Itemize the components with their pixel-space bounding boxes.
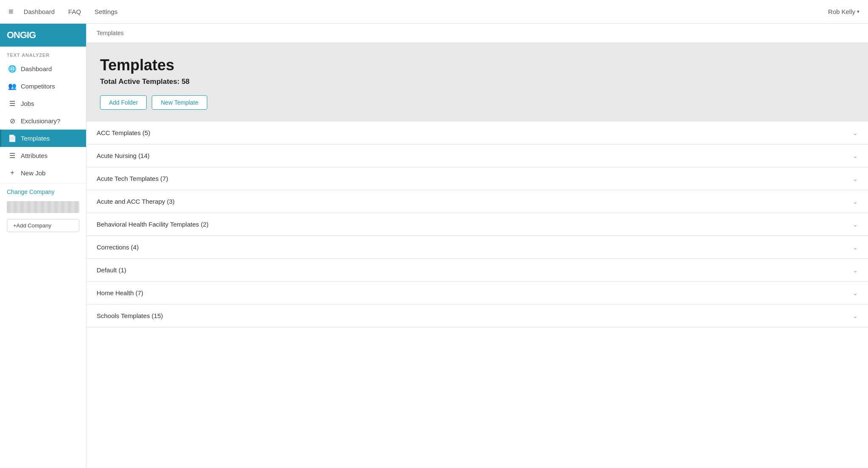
user-name: Rob Kelly	[828, 8, 855, 15]
folder-name: Home Health (7)	[97, 289, 143, 296]
chevron-down-icon: ⌄	[853, 267, 858, 274]
folder-name: Acute Nursing (14)	[97, 152, 150, 159]
folder-name: Behavioral Health Facility Templates (2)	[97, 221, 209, 228]
competitors-icon: 👥	[8, 82, 17, 90]
active-templates-count: Total Active Templates: 58	[100, 78, 854, 86]
hamburger-icon[interactable]: ≡	[8, 7, 14, 17]
sidebar-item-templates[interactable]: 📄 Templates	[0, 130, 86, 147]
new-template-button[interactable]: New Template	[152, 95, 207, 110]
main-layout: ONGIG TEXT ANALYZER 🌐 Dashboard 👥 Compet…	[0, 24, 868, 468]
nav-faq[interactable]: FAQ	[68, 8, 81, 15]
chevron-down-icon: ⌄	[853, 152, 858, 159]
new-job-icon: +	[8, 169, 17, 177]
sidebar-label-competitors: Competitors	[21, 83, 55, 90]
user-menu[interactable]: Rob Kelly ▾	[828, 8, 860, 15]
logo-text: ONGIG	[7, 30, 36, 41]
attributes-icon: ☰	[8, 152, 17, 160]
chevron-down-icon: ⌄	[853, 244, 858, 251]
chevron-down-icon: ⌄	[853, 198, 858, 205]
change-company-link[interactable]: Change Company	[0, 185, 86, 199]
sidebar-item-jobs[interactable]: ☰ Jobs	[0, 95, 86, 112]
globe-icon: 🌐	[8, 65, 17, 73]
chevron-down-icon: ⌄	[853, 175, 858, 182]
exclusionary-icon: ⊘	[8, 117, 17, 125]
sidebar-label-jobs: Jobs	[21, 100, 34, 107]
sidebar-divider	[0, 183, 86, 183]
chevron-down-icon: ⌄	[853, 290, 858, 296]
folder-name: Default (1)	[97, 266, 126, 274]
template-folder-item[interactable]: ACC Templates (5) ⌄	[86, 122, 868, 144]
sidebar-item-dashboard[interactable]: 🌐 Dashboard	[0, 60, 86, 78]
add-folder-button[interactable]: Add Folder	[100, 95, 147, 110]
template-folder-item[interactable]: Acute Nursing (14) ⌄	[86, 144, 868, 167]
chevron-down-icon: ⌄	[853, 130, 858, 136]
sidebar-label-exclusionary: Exclusionary?	[21, 117, 60, 125]
template-folder-item[interactable]: Schools Templates (15) ⌄	[86, 305, 868, 327]
folder-name: Schools Templates (15)	[97, 312, 163, 319]
nav-links: Dashboard FAQ Settings	[24, 8, 828, 15]
sidebar-label-attributes: Attributes	[21, 152, 47, 159]
template-folder-item[interactable]: Behavioral Health Facility Templates (2)…	[86, 213, 868, 236]
chevron-down-icon: ⌄	[853, 221, 858, 228]
folder-name: Acute Tech Templates (7)	[97, 175, 168, 182]
sidebar-label-new-job: New Job	[21, 169, 45, 177]
sidebar-item-competitors[interactable]: 👥 Competitors	[0, 78, 86, 95]
sidebar-item-new-job[interactable]: + New Job	[0, 164, 86, 181]
sidebar-label-templates: Templates	[21, 135, 50, 142]
template-folder-item[interactable]: Acute Tech Templates (7) ⌄	[86, 167, 868, 190]
sidebar-label-dashboard: Dashboard	[21, 65, 52, 72]
sidebar-section-label: TEXT ANALYZER	[0, 47, 86, 60]
page-actions: Add Folder New Template	[100, 95, 854, 110]
chevron-down-icon: ⌄	[853, 313, 858, 319]
page-title: Templates	[100, 56, 854, 74]
page-header: Templates Total Active Templates: 58 Add…	[86, 43, 868, 122]
jobs-icon: ☰	[8, 100, 17, 108]
folder-name: Corrections (4)	[97, 244, 139, 251]
sidebar: ONGIG TEXT ANALYZER 🌐 Dashboard 👥 Compet…	[0, 24, 86, 468]
nav-settings[interactable]: Settings	[95, 8, 117, 15]
breadcrumb: Templates	[86, 24, 868, 43]
template-folder-item[interactable]: Home Health (7) ⌄	[86, 282, 868, 305]
folder-name: Acute and ACC Therapy (3)	[97, 198, 175, 205]
content-area: Templates Templates Total Active Templat…	[86, 24, 868, 468]
nav-dashboard[interactable]: Dashboard	[24, 8, 55, 15]
template-folder-item[interactable]: Corrections (4) ⌄	[86, 236, 868, 259]
user-caret-icon: ▾	[857, 9, 860, 14]
add-company-button[interactable]: +Add Company	[7, 219, 79, 232]
template-folder-list: ACC Templates (5) ⌄ Acute Nursing (14) ⌄…	[86, 122, 868, 468]
top-nav: ≡ Dashboard FAQ Settings Rob Kelly ▾	[0, 0, 868, 24]
sidebar-logo: ONGIG	[0, 24, 86, 47]
folder-name: ACC Templates (5)	[97, 129, 150, 136]
company-blurred-bar	[7, 201, 79, 213]
sidebar-item-exclusionary[interactable]: ⊘ Exclusionary?	[0, 112, 86, 130]
template-folder-item[interactable]: Acute and ACC Therapy (3) ⌄	[86, 190, 868, 213]
sidebar-item-attributes[interactable]: ☰ Attributes	[0, 147, 86, 164]
templates-icon: 📄	[8, 134, 17, 142]
template-folder-item[interactable]: Default (1) ⌄	[86, 259, 868, 282]
